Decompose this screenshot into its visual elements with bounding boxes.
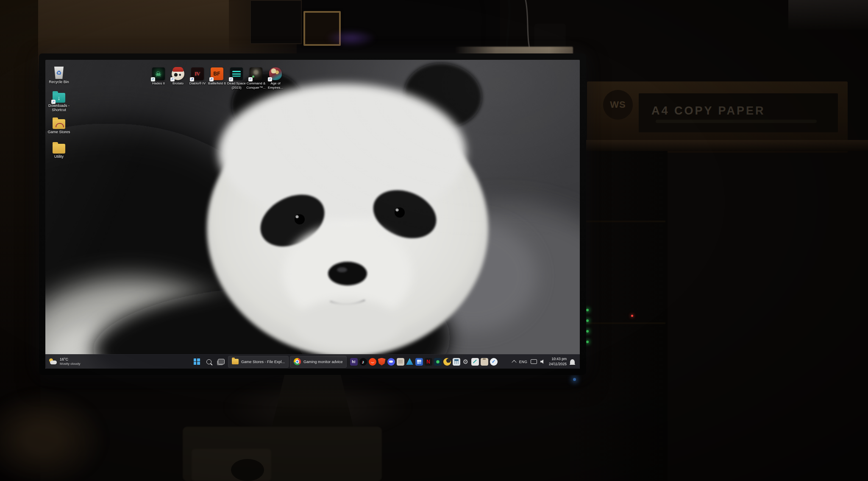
desktop-icon-utility[interactable]: Utility — [46, 144, 72, 159]
monitor: ♻ Recycle Bin ↓ ↗ Downloads - Shortcut G… — [39, 53, 586, 375]
blue-led — [573, 378, 576, 381]
box-logo-text: WS — [610, 99, 626, 110]
file-explorer-icon — [232, 359, 239, 364]
desktop-icon-command-conquer[interactable]: ↗ Command & Conquer™... — [248, 67, 264, 89]
verified-check-icon[interactable]: ✓ — [490, 358, 498, 366]
box-label-band: A4 COPY PAPER — [639, 93, 838, 132]
brave-icon[interactable] — [378, 358, 386, 366]
room-photo: WS A4 COPY PAPER — [0, 0, 868, 481]
file-explorer-window-button[interactable]: Game Stores - File Expl... — [228, 356, 289, 368]
calculator-icon[interactable] — [453, 358, 460, 366]
chrome-window-button[interactable]: Gaming monitor advice — [290, 356, 347, 368]
shortcut-arrow-icon: ↗ — [209, 77, 214, 81]
rainbow-icon — [56, 123, 64, 127]
hades-2-icon: ☠ ↗ — [152, 67, 165, 80]
desktop-icon-label: Recycle Bin — [46, 80, 72, 84]
panda-right-eye-glint — [395, 208, 398, 211]
game-shortcuts-row: ☠ ↗ Hades II ↗ Brotato IV ↗ Dia — [150, 67, 283, 89]
green-led — [586, 309, 589, 311]
file-explorer-window-title: Game Stores - File Expl... — [241, 360, 285, 364]
panda-left-eye-glint — [295, 215, 298, 218]
box-label-subtext — [656, 120, 817, 123]
desktop-icon-downloads[interactable]: ↓ ↗ Downloads - Shortcut — [46, 93, 72, 112]
language-indicator[interactable]: ENG — [519, 360, 527, 364]
diablo-4-icon: IV ↗ — [191, 67, 204, 80]
desktop-icon-brotato[interactable]: ↗ Brotato — [170, 67, 186, 89]
clock[interactable]: 10:43 pm 24/11/2025 — [549, 357, 567, 366]
task-view-button[interactable] — [216, 356, 227, 367]
panda-nose-shine — [337, 267, 347, 272]
cloth-pile — [0, 390, 106, 481]
clock-date: 24/11/2025 — [549, 362, 567, 366]
shortcut-arrow-icon: ↗ — [248, 77, 253, 81]
task-view-icon — [218, 359, 225, 364]
brotato-icon: ↗ — [172, 67, 184, 80]
netflix-icon[interactable]: N — [425, 358, 432, 366]
green-led — [586, 319, 589, 322]
xbox-icon[interactable] — [434, 358, 442, 366]
cloud-icon — [50, 361, 57, 364]
panda-nose — [328, 262, 367, 285]
shortcut-arrow-icon: ↗ — [268, 77, 272, 81]
humble-bundle-icon[interactable]: h! — [350, 358, 358, 366]
taskbar-center: Game Stores - File Expl... Gaming monito… — [191, 356, 498, 367]
search-icon — [206, 359, 211, 364]
desktop-icon-label: Game Stores — [46, 130, 72, 134]
system-tray: ENG 10:43 pm 24/11/2025 — [512, 356, 575, 367]
mouse — [231, 459, 264, 481]
start-button[interactable] — [191, 356, 202, 367]
search-button[interactable] — [203, 356, 214, 367]
tiktok-icon[interactable]: ♪ — [359, 358, 367, 366]
weather-condition: Mostly cloudy — [60, 362, 80, 366]
downloads-folder-icon: ↓ ↗ — [53, 93, 65, 103]
shortcut-arrow-icon: ↗ — [151, 77, 155, 81]
tower-shelf-line — [572, 322, 665, 324]
desktop-icon-recycle-bin[interactable]: ♻ Recycle Bin — [46, 67, 72, 84]
desktop-icon-diablo-4[interactable]: IV ↗ Diablo® IV — [189, 67, 205, 89]
notification-bell-icon[interactable] — [570, 359, 575, 364]
monitor-stand — [271, 375, 354, 429]
desktop-icon-battlefield-6[interactable]: BF ↗ Battlefield 6 — [209, 67, 225, 89]
app-grid-icon[interactable] — [415, 358, 423, 366]
weather-widget[interactable]: 16°C Mostly cloudy — [49, 356, 80, 367]
tower-shelf-line — [572, 221, 665, 222]
dead-space-icon: ↗ — [230, 67, 243, 80]
game-icon-label: Age of Empires... — [264, 81, 287, 89]
picture-frame-dark — [250, 0, 302, 44]
game-stores-folder-icon — [53, 119, 65, 129]
desktop-icon-age-of-empires[interactable]: ↗ Age of Empires... — [267, 67, 283, 89]
desktop-icon-game-stores[interactable]: Game Stores — [46, 119, 72, 134]
shortcut-arrow-icon: ↗ — [170, 77, 175, 81]
recycle-bin-icon: ♻ — [54, 67, 64, 79]
purple-light-glow — [326, 30, 376, 47]
crescent-icon[interactable] — [443, 358, 451, 366]
desktop-icon-hades-2[interactable]: ☠ ↗ Hades II — [150, 67, 166, 89]
notes-pen-icon[interactable] — [471, 358, 479, 366]
desktop-screen: ♻ Recycle Bin ↓ ↗ Downloads - Shortcut G… — [45, 60, 580, 369]
diablo-glyph: IV — [195, 70, 200, 77]
clipboard-icon[interactable] — [481, 358, 488, 366]
discord-icon[interactable] — [387, 358, 395, 366]
box-logo: WS — [603, 90, 633, 120]
ceiling-corner — [788, 0, 868, 30]
network-icon[interactable] — [531, 359, 537, 364]
clock-time: 10:43 pm — [549, 357, 567, 361]
desktop-icon-dead-space[interactable]: ↗ Dead Space (2023) — [228, 67, 244, 89]
chrome-icon — [294, 358, 301, 365]
pinned-apps: h! ♪ N ⚙ — [350, 358, 498, 366]
shortcut-arrow-icon: ↗ — [51, 100, 56, 104]
volume-icon[interactable] — [540, 359, 545, 364]
tray-chevron-up-icon[interactable] — [512, 360, 516, 364]
documents-icon[interactable] — [397, 358, 404, 366]
weather-temperature: 16°C — [60, 357, 80, 362]
recycle-glyph: ♻ — [56, 69, 61, 77]
settings-gear-icon[interactable]: ⚙ — [462, 358, 470, 366]
box-label-text: A4 COPY PAPER — [651, 104, 829, 117]
shortcut-arrow-icon: ↗ — [229, 77, 233, 81]
panda-forehead — [218, 84, 466, 221]
command-conquer-icon: ↗ — [250, 67, 262, 80]
windows-logo-icon — [194, 358, 200, 365]
prism-icon[interactable] — [406, 358, 414, 366]
panda-wallpaper — [45, 60, 580, 369]
reddit-icon[interactable] — [369, 358, 376, 366]
